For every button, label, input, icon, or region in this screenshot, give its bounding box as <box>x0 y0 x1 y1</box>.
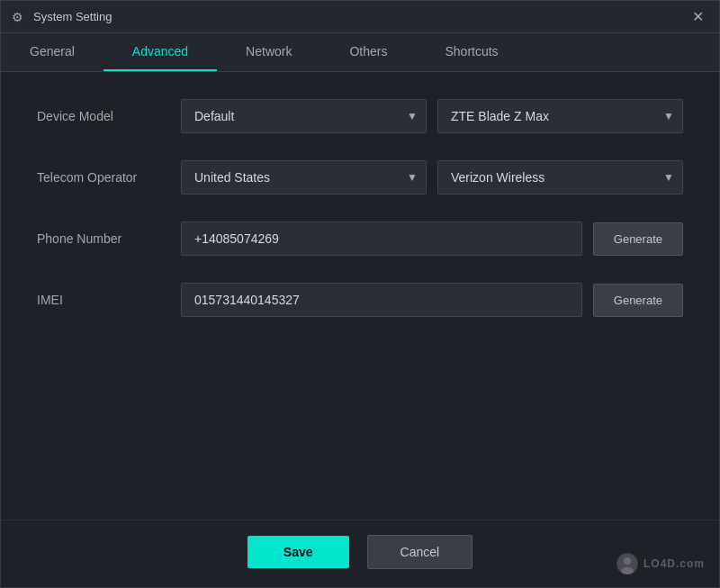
system-setting-window: ⚙ System Setting ✕ General Advanced Netw… <box>0 0 720 588</box>
phone-number-controls: Generate <box>181 222 683 256</box>
device-model-select1[interactable]: Default <box>181 99 427 133</box>
imei-controls: Generate <box>181 283 683 317</box>
device-model-select1-wrapper: Default ▼ <box>181 99 427 133</box>
phone-number-label: Phone Number <box>37 231 181 246</box>
tab-others[interactable]: Others <box>320 33 416 71</box>
watermark-logo <box>616 553 638 574</box>
content-area: Device Model Default ▼ ZTE Blade Z Max ▼ <box>1 72 719 520</box>
telecom-operator-select1[interactable]: United States <box>181 160 427 194</box>
watermark: LO4D.com <box>616 553 705 574</box>
cancel-button[interactable]: Cancel <box>367 535 473 569</box>
telecom-operator-select2-wrapper: Verizon Wireless ▼ <box>437 160 683 194</box>
tab-network[interactable]: Network <box>217 33 320 71</box>
telecom-operator-controls: United States ▼ Verizon Wireless ▼ <box>181 160 683 194</box>
tab-advanced[interactable]: Advanced <box>104 33 217 71</box>
device-model-row: Device Model Default ▼ ZTE Blade Z Max ▼ <box>37 99 683 133</box>
svg-point-2 <box>621 567 634 574</box>
imei-label: IMEI <box>37 293 181 307</box>
settings-icon: ⚙ <box>12 10 26 24</box>
telecom-operator-select1-wrapper: United States ▼ <box>181 160 427 194</box>
tab-shortcuts[interactable]: Shortcuts <box>416 33 526 71</box>
telecom-operator-select2[interactable]: Verizon Wireless <box>437 160 683 194</box>
window-title: System Setting <box>33 10 687 23</box>
device-model-select2[interactable]: ZTE Blade Z Max <box>437 99 683 133</box>
device-model-select2-wrapper: ZTE Blade Z Max ▼ <box>437 99 683 133</box>
tab-bar: General Advanced Network Others Shortcut… <box>1 33 719 72</box>
device-model-controls: Default ▼ ZTE Blade Z Max ▼ <box>181 99 683 133</box>
tab-general[interactable]: General <box>1 33 104 71</box>
telecom-operator-label: Telecom Operator <box>37 170 181 185</box>
save-button[interactable]: Save <box>248 536 349 568</box>
device-model-label: Device Model <box>37 109 181 123</box>
telecom-operator-row: Telecom Operator United States ▼ Verizon… <box>37 160 683 194</box>
watermark-text: LO4D.com <box>644 557 705 570</box>
title-bar: ⚙ System Setting ✕ <box>1 1 719 33</box>
close-button[interactable]: ✕ <box>687 6 708 28</box>
imei-input[interactable] <box>181 283 582 317</box>
imei-row: IMEI Generate <box>37 283 683 317</box>
imei-generate-button[interactable]: Generate <box>593 284 683 317</box>
footer: Save Cancel LO4D.com <box>1 520 719 587</box>
phone-number-generate-button[interactable]: Generate <box>593 222 683 256</box>
phone-number-row: Phone Number Generate <box>37 222 683 256</box>
phone-number-input[interactable] <box>181 222 582 256</box>
svg-point-1 <box>624 557 631 565</box>
